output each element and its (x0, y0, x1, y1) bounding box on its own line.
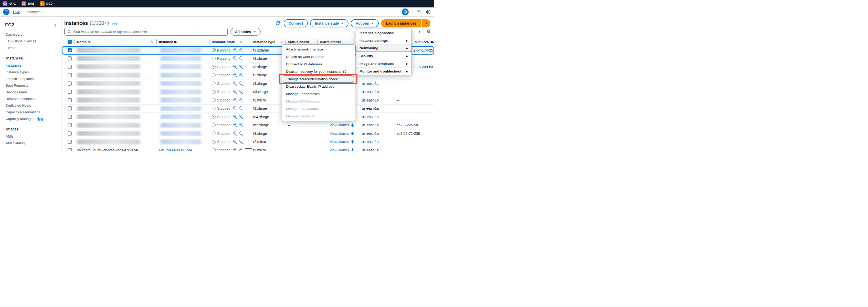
sidebar-item[interactable]: Instance Types (0, 69, 61, 75)
table-row[interactable]: Stopped m5.xlarge – View alarms (62, 121, 434, 130)
sidebar-item[interactable]: Savings Plans (0, 89, 61, 95)
zoom-in-icon[interactable] (233, 98, 237, 102)
actions-menu-item[interactable]: Security ▶ (356, 52, 411, 60)
search-input[interactable] (73, 30, 225, 34)
zoom-in-icon[interactable] (233, 131, 237, 136)
info-link[interactable]: Info (112, 22, 118, 26)
view-alarms-link[interactable]: View alarms (330, 140, 349, 144)
sidebar-item[interactable]: AMIs (0, 133, 61, 140)
sidebar-section-header[interactable]: ▼ Images (0, 125, 61, 133)
view-alarms-link[interactable]: View alarms (330, 123, 349, 127)
favorite-service[interactable]: VPC (3, 1, 16, 6)
zoom-out-icon[interactable] (239, 115, 243, 119)
hamburger-menu-button[interactable] (3, 9, 9, 15)
state-filter-dropdown[interactable]: All states▼ (230, 28, 261, 36)
sidebar-item[interactable]: Capacity Reservations (0, 109, 61, 115)
view-alarms-link[interactable]: View alarms (330, 148, 349, 151)
instance-state-button[interactable]: Instance state▼ (310, 19, 348, 27)
row-checkbox[interactable] (68, 148, 72, 151)
zoom-in-icon[interactable] (233, 56, 237, 61)
add-alarm-icon[interactable] (351, 132, 354, 135)
sidebar-item[interactable]: Events (0, 44, 61, 51)
sidebar-item[interactable]: Launch Templates (0, 75, 61, 82)
row-checkbox[interactable] (68, 115, 72, 119)
zoom-in-icon[interactable] (233, 115, 237, 119)
zoom-out-icon[interactable] (239, 140, 243, 144)
sidebar-item[interactable]: Instances (0, 62, 61, 69)
new-badge[interactable]: New (37, 117, 43, 121)
filter-icon[interactable]: ▽ (280, 40, 282, 44)
table-row[interactable]: Stopped t2.micro – View alarms (62, 138, 434, 146)
cloudshell-icon[interactable] (416, 10, 422, 15)
networking-submenu-item[interactable]: Manage IP addresses (282, 90, 355, 97)
zoom-in-icon[interactable] (233, 73, 237, 77)
add-alarm-icon[interactable] (351, 148, 354, 151)
table-row[interactable]: Stopped m4.xlarge View alarms (62, 113, 434, 121)
table-row[interactable]: Stopped t3.xlarge View alarms (62, 79, 434, 88)
actions-menu-item[interactable]: Instance settings ▶ (356, 37, 411, 44)
row-checkbox[interactable] (68, 132, 72, 136)
zoom-out-icon[interactable] (239, 64, 243, 69)
add-alarm-icon[interactable] (351, 140, 354, 143)
networking-submenu-item[interactable]: Disaster recovery for your instances (282, 68, 355, 75)
networking-submenu-item[interactable]: Manage bandwidth (282, 112, 355, 120)
row-checkbox[interactable] (68, 48, 72, 52)
sidebar-item[interactable]: AMI Catalog (0, 140, 61, 146)
instance-id-link[interactable]: i-0c0ca666308f75ca4 (159, 148, 192, 151)
table-row[interactable]: Stopped t3.xlarge – View alarms (62, 130, 434, 138)
breadcrumb-ec2-link[interactable]: EC2 (13, 10, 20, 14)
zoom-in-icon[interactable] (233, 106, 237, 111)
refresh-icon[interactable] (274, 20, 281, 27)
filter-icon[interactable]: ▽ (240, 40, 242, 44)
sidebar-section-header[interactable]: ▼ Instances (0, 54, 61, 62)
row-checkbox[interactable] (68, 123, 72, 127)
horizontal-scrollbar-thumb[interactable] (245, 148, 252, 149)
sidebar-item[interactable]: Dedicated Hosts (0, 102, 61, 109)
actions-menu-item[interactable]: Image and templates ▶ (356, 60, 411, 67)
zoom-out-icon[interactable] (239, 106, 243, 111)
select-all-checkbox[interactable] (68, 40, 72, 44)
next-page-icon[interactable]: › (418, 29, 420, 34)
zoom-in-icon[interactable] (233, 123, 237, 128)
networking-submenu-item[interactable]: Manage ENA Express (282, 97, 355, 105)
connect-button[interactable]: Connect (284, 19, 308, 27)
row-checkbox[interactable] (68, 65, 72, 69)
actions-menu-item[interactable]: Instance diagnostics ▶ (356, 29, 411, 37)
sidebar-item[interactable]: Capacity Manager New (0, 115, 61, 122)
zoom-out-icon[interactable] (239, 131, 243, 136)
launch-instances-button[interactable]: Launch instances (381, 19, 422, 27)
table-row[interactable]: Stopped t3.micro View alarms (62, 96, 434, 105)
favorite-service[interactable]: IAM (22, 1, 34, 6)
zoom-out-icon[interactable] (239, 98, 243, 102)
sidebar-item[interactable]: Spot Requests (0, 82, 61, 89)
zoom-out-icon[interactable] (239, 90, 243, 94)
zoom-in-icon[interactable] (233, 81, 237, 86)
zoom-out-icon[interactable] (239, 81, 243, 86)
collapse-sidebar-icon[interactable] (54, 23, 57, 27)
split-panel-button[interactable] (402, 8, 409, 16)
sidebar-item[interactable]: Dashboard (0, 31, 61, 38)
table-row[interactable]: Stopped t3.xlarge View alarms (62, 105, 434, 113)
gear-icon[interactable]: ⚙ (427, 29, 431, 34)
launch-instances-dropdown[interactable]: ▼ (422, 19, 430, 27)
zoom-out-icon[interactable] (239, 123, 243, 128)
favorite-service[interactable]: EC2 (40, 1, 53, 6)
row-checkbox[interactable] (68, 82, 72, 86)
filter-icon[interactable]: ▽ (151, 40, 153, 44)
networking-submenu-item[interactable]: Attach network interface (282, 46, 355, 53)
zoom-in-icon[interactable] (233, 48, 237, 52)
row-checkbox[interactable] (68, 98, 72, 102)
networking-submenu-item[interactable]: Manage ENA queues (282, 105, 355, 112)
view-alarms-link[interactable]: View alarms (330, 132, 349, 136)
zoom-out-icon[interactable] (239, 148, 243, 151)
networking-submenu-item[interactable]: Connect RDS database (282, 60, 355, 68)
networking-submenu-item[interactable]: Detach network interface (282, 53, 355, 60)
zoom-out-icon[interactable] (239, 73, 243, 77)
row-checkbox[interactable] (68, 140, 72, 144)
actions-menu-item[interactable]: Networking ▶ (355, 44, 412, 52)
row-checkbox[interactable] (68, 106, 72, 110)
zoom-in-icon[interactable] (233, 64, 237, 69)
zoom-in-icon[interactable] (233, 148, 237, 151)
actions-menu-item[interactable]: Monitor and troubleshoot ▶ (356, 67, 411, 75)
row-checkbox[interactable] (68, 90, 72, 94)
